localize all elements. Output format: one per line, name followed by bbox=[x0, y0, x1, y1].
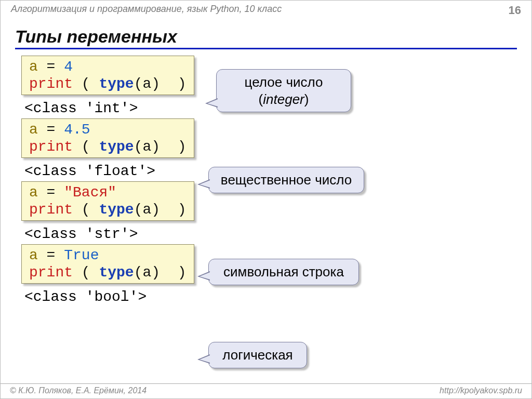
slide-header: Алгоритмизация и программирование, язык … bbox=[1, 1, 531, 17]
callout-str: символьная строка bbox=[208, 259, 359, 285]
callout-text: вещественное число bbox=[219, 171, 353, 189]
slide-title: Типы переменных bbox=[15, 26, 517, 49]
code-line-assign: a = True bbox=[29, 247, 187, 264]
callout-float: вещественное число bbox=[208, 167, 364, 193]
callout-text: символьная строка bbox=[219, 263, 348, 281]
code-line-assign: a = 4 bbox=[29, 58, 187, 75]
code-box: a = 4.5 print ( type(a) ) bbox=[21, 118, 194, 158]
callout-integer: целое число (integer) bbox=[216, 69, 351, 112]
code-line-print: print ( type(a) ) bbox=[29, 201, 187, 218]
callout-text: логическая bbox=[219, 347, 296, 364]
footer-url: http://kpolyakov.spb.ru bbox=[440, 386, 522, 395]
callout-bool: логическая bbox=[208, 342, 307, 368]
code-output: <class 'bool'> bbox=[24, 289, 531, 305]
code-box: a = "Вася" print ( type(a) ) bbox=[21, 181, 194, 221]
copyright: © К.Ю. Поляков, Е.А. Ерёмин, 2014 bbox=[10, 386, 147, 395]
callout-text: целое число bbox=[227, 74, 340, 91]
slide-footer: © К.Ю. Поляков, Е.А. Ерёмин, 2014 http:/… bbox=[1, 383, 531, 398]
code-output: <class 'str'> bbox=[24, 226, 531, 242]
code-box: a = 4 print ( type(a) ) bbox=[21, 56, 194, 95]
code-line-assign: a = 4.5 bbox=[29, 121, 187, 138]
page-number: 16 bbox=[509, 4, 521, 17]
code-line-print: print ( type(a) ) bbox=[29, 75, 187, 92]
callout-text2: (integer) bbox=[227, 91, 340, 108]
code-line-assign: a = "Вася" bbox=[29, 184, 187, 201]
code-line-print: print ( type(a) ) bbox=[29, 264, 187, 281]
code-line-print: print ( type(a) ) bbox=[29, 138, 187, 155]
course-label: Алгоритмизация и программирование, язык … bbox=[11, 4, 282, 15]
code-box: a = True print ( type(a) ) bbox=[21, 244, 194, 284]
slide: Алгоритмизация и программирование, язык … bbox=[0, 0, 532, 399]
